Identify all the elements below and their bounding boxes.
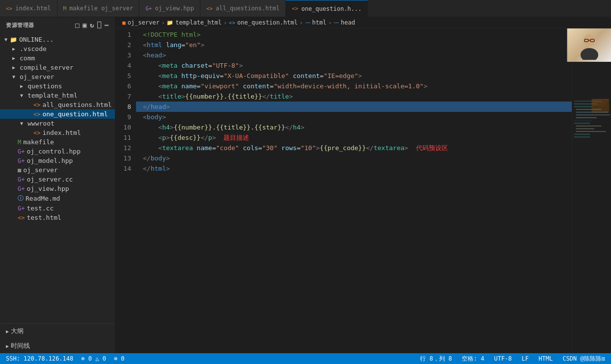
code-line-10: <h4>{{number}}.{{title}}.{{star}}</h4> (136, 122, 572, 132)
questions-label: questions (28, 82, 62, 90)
test-html-icon: <> (18, 214, 25, 221)
makefile-icon: M (18, 139, 21, 146)
timeline-arrow: ▶ (6, 343, 9, 349)
sidebar-title: 资源管理器 (6, 22, 34, 29)
oj-control-icon: G+ (18, 148, 25, 155)
makefile-label: makefile (23, 138, 54, 146)
more-icon[interactable]: ⋯ (105, 21, 109, 29)
tab-label: index.html (15, 5, 51, 12)
tree-compile-server[interactable]: ▶ compile_server (0, 63, 115, 72)
code-area[interactable]: 1 2 3 4 5 6 7 8 9 10 11 12 13 14 <!DOCTY… (115, 28, 611, 353)
index-html-label: index.html (42, 129, 81, 136)
status-position[interactable]: 行 8，列 8 (418, 355, 454, 363)
tab-label: oj_view.hpp (155, 5, 194, 12)
tab-oj-view-hpp[interactable]: G+ oj_view.hpp (139, 0, 200, 17)
tab-all-questions[interactable]: <> all_questions.html (200, 0, 286, 17)
status-errors[interactable]: ⊗ 0 △ 0 (79, 355, 108, 362)
tree-oj-server-cc[interactable]: G+ oj_server.cc (0, 175, 115, 184)
status-spaces[interactable]: 空格: 4 (460, 355, 486, 363)
oj-model-label: oj_model.hpp (27, 157, 73, 164)
svg-rect-12 (574, 134, 590, 135)
bc-template-html: template_html (175, 19, 222, 26)
oj-control-label: oj_control.hpp (27, 148, 81, 155)
tab-label: one_question.h... (301, 5, 361, 12)
sidebar-timeline[interactable]: ▶ 时间线 (0, 338, 115, 353)
bc-file-icon: <> (229, 20, 235, 26)
one-question-label: one_question.html (42, 110, 108, 118)
one-question-file-icon: <> (33, 111, 40, 118)
bc-template-icon: 📁 (167, 20, 173, 26)
tree-oj-server-exec[interactable]: ■ oj_server (0, 165, 115, 175)
tree-test-html[interactable]: <> test.html (0, 213, 115, 222)
tree-readme[interactable]: ⓘ ReadMe.md (0, 193, 115, 204)
code-line-13: </body> (136, 153, 572, 163)
collapse-icon[interactable]: ⎕ (97, 21, 102, 29)
ln-7: 7 (120, 91, 131, 102)
status-user[interactable]: CSDN @陈陈陈α (560, 355, 607, 363)
vscode-label: .vscode (20, 45, 47, 52)
code-line-2: <html lang="en"> (136, 40, 572, 50)
tree-comm[interactable]: ▶ comm (0, 53, 115, 63)
tab-makefile[interactable]: M makefile oj_server (57, 0, 140, 17)
bc-html-icon: ⸻ (305, 20, 310, 26)
status-ssh[interactable]: SSH: 120.78.126.148 (4, 355, 75, 362)
index-html-icon: <> (33, 130, 40, 136)
oj-server-folder-label: oj_server (20, 73, 54, 80)
tree-oj-control[interactable]: G+ oj_control.hpp (0, 147, 115, 156)
tab-html-icon: <> (6, 5, 12, 12)
tree-oj-server-folder[interactable]: ▼ oj_server (0, 72, 115, 81)
tree-index-html[interactable]: <> index.html (0, 128, 115, 137)
new-file-icon[interactable]: □ (75, 21, 80, 29)
refresh-icon[interactable]: ↻ (90, 21, 94, 29)
new-folder-icon[interactable]: ▣ (83, 21, 87, 29)
bc-head: head (341, 19, 355, 26)
tree-root[interactable]: ▼ 📁 ONLINE... (0, 35, 115, 44)
sidebar-icons: □ ▣ ↻ ⎕ ⋯ (75, 21, 109, 29)
oj-server-exec-icon: ■ (18, 167, 21, 174)
bc-sep1: › (162, 20, 165, 26)
code-content[interactable]: <!DOCTYPE html> <html lang="en"> <head> … (136, 28, 572, 353)
tree-oj-view[interactable]: G+ oj_view.hpp (0, 184, 115, 193)
tree-wwwroot[interactable]: ▼ wwwroot (0, 119, 115, 128)
status-bar: SSH: 120.78.126.148 ⊗ 0 △ 0 ⊗ 0 行 8，列 8 … (0, 353, 611, 364)
tab-html-icon2: <> (206, 5, 213, 12)
test-html-label: test.html (27, 214, 61, 221)
oj-server-exec-label: oj_server (23, 166, 57, 174)
root-arrow: ▼ (2, 37, 10, 42)
file-tree: ▼ 📁 ONLINE... ▶ .vscode ▶ comm ▶ (0, 33, 115, 323)
code-line-3: <head> (136, 50, 572, 60)
sidebar-outline[interactable]: ▶ 大纲 (0, 324, 115, 338)
comm-arrow: ▶ (10, 55, 18, 61)
line-numbers: 1 2 3 4 5 6 7 8 9 10 11 12 13 14 (115, 28, 136, 353)
root-folder-icon: 📁 (10, 36, 17, 43)
tree-all-questions[interactable]: <> all_questions.html (0, 100, 115, 109)
tab-makefile-icon: M (63, 5, 67, 12)
ln-12: 12 (120, 143, 131, 153)
code-line-11: <p>{{desc}}</p> 题目描述 (136, 132, 572, 143)
ln-14: 14 (120, 163, 131, 174)
tree-one-question[interactable]: <> one_question.html (0, 109, 115, 119)
tab-one-question[interactable]: <> one_question.h... (286, 0, 368, 17)
test-cc-label: test.cc (27, 205, 54, 212)
sidebar-bottom: ▶ 大纲 ▶ 时间线 (0, 323, 115, 353)
tree-makefile[interactable]: M makefile (0, 137, 115, 147)
tree-questions[interactable]: ▶ questions (0, 81, 115, 91)
tree-oj-model[interactable]: G+ oj_model.hpp (0, 156, 115, 165)
oj-server-arrow: ▼ (10, 74, 18, 79)
status-encoding[interactable]: UTF-8 (492, 355, 514, 362)
status-line-ending[interactable]: LF (520, 355, 530, 362)
svg-rect-11 (576, 131, 606, 132)
tree-test-cc[interactable]: G+ test.cc (0, 204, 115, 213)
tab-index-html[interactable]: <> index.html (0, 0, 57, 17)
tab-cpp-icon: G+ (145, 5, 152, 12)
all-questions-label: all_questions.html (42, 101, 111, 108)
status-left: SSH: 120.78.126.148 ⊗ 0 △ 0 ⊗ 0 (4, 355, 127, 362)
status-warnings[interactable]: ⊗ 0 (112, 355, 127, 362)
tree-vscode[interactable]: ▶ .vscode (0, 44, 115, 53)
code-line-12: <textarea name="code" cols="30" rows="10… (136, 143, 572, 153)
tree-template-html[interactable]: ▼ template_html (0, 91, 115, 100)
status-language[interactable]: HTML (537, 355, 555, 362)
warning2-icon: ⊗ (114, 355, 117, 362)
person-avatar (575, 30, 604, 60)
wwwroot-arrow: ▼ (18, 121, 26, 126)
